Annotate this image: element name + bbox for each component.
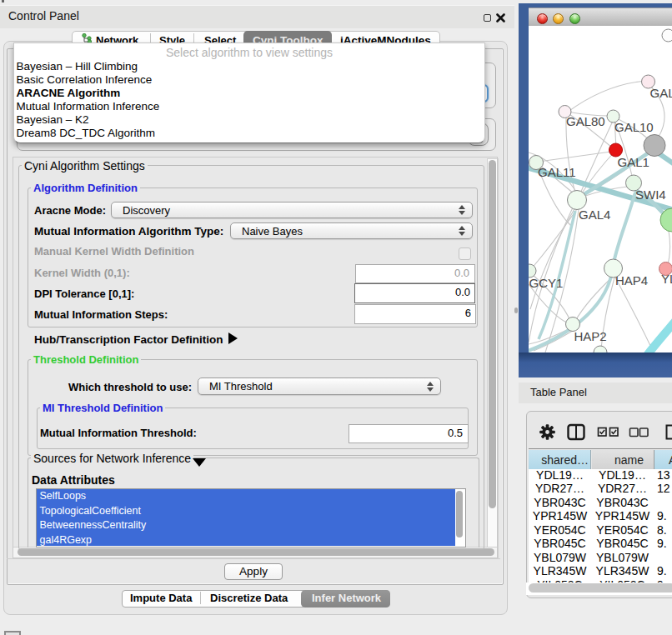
svg-text:SWI4: SWI4 [635,188,666,202]
svg-text:GAL1: GAL1 [618,155,649,169]
svg-text:GAL11: GAL11 [538,165,576,179]
svg-text:HAP4: HAP4 [615,273,648,288]
svg-text:GAL10: GAL10 [614,120,654,134]
svg-text:HAP2: HAP2 [574,329,607,343]
svg-text:YL: YL [661,272,672,286]
svg-text:GCY1: GCY1 [529,276,564,290]
svg-text:GAL4: GAL4 [579,208,610,222]
svg-text:GAL7: GAL7 [650,86,672,100]
svg-text:GAL80: GAL80 [566,114,605,128]
